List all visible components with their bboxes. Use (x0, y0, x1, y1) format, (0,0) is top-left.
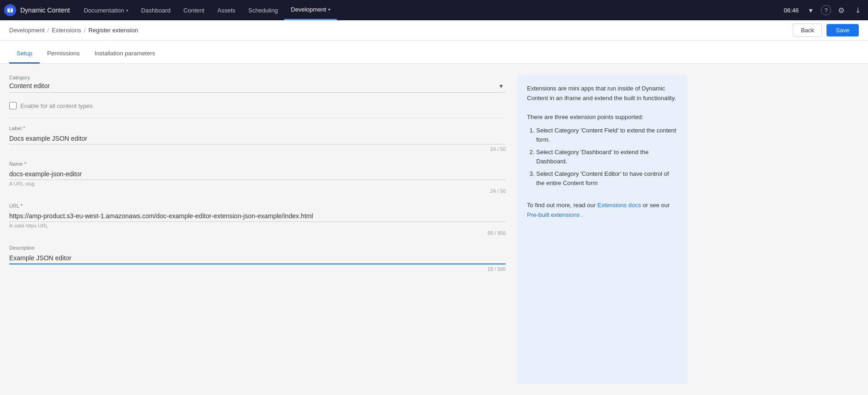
info-intro: Extensions are mini apps that run inside… (527, 84, 677, 103)
nav-item-content[interactable]: Content (177, 0, 211, 20)
app-name: Dynamic Content (20, 6, 70, 14)
expand-button[interactable]: ▾ (804, 4, 817, 17)
nav-item-dashboard[interactable]: Dashboard (135, 0, 177, 20)
breadcrumb-separator-1: / (48, 27, 49, 34)
chevron-down-icon: ▾ (126, 8, 128, 13)
breadcrumb: Development / Extensions / Register exte… (9, 27, 138, 34)
settings-button[interactable]: ⚙ (835, 4, 848, 17)
chevron-down-icon: ▾ (328, 7, 330, 12)
topnav-right: 06:46 ▾ ? ⚙ ⤓ (784, 4, 864, 17)
name-hint: A URL slug (9, 181, 506, 186)
enable-checkbox-row: Enable for all content types (9, 102, 506, 109)
nav-items: Documentation ▾ Dashboard Content Assets… (77, 0, 784, 20)
tabs-bar: Setup Permissions Installation parameter… (0, 41, 868, 64)
label-required-marker: * (23, 126, 25, 131)
nav-item-assets[interactable]: Assets (211, 0, 242, 20)
pre-built-extensions-link[interactable]: Pre-built extensions (527, 211, 580, 218)
breadcrumb-current: Register extension (88, 27, 138, 34)
info-sub-intro: There are three extension points support… (527, 113, 677, 122)
form-area: Category Content editor Content Field Da… (9, 75, 517, 384)
description-char-count: 19 / 500 (9, 266, 506, 272)
section-divider (9, 118, 506, 118)
category-select-wrapper: Content editor Content Field Dashboard ▼ (9, 82, 506, 93)
tab-setup[interactable]: Setup (9, 44, 40, 64)
url-input[interactable] (9, 210, 506, 222)
nav-item-development[interactable]: Development ▾ (284, 0, 337, 20)
description-input[interactable] (9, 252, 506, 264)
info-outro-suffix: . (581, 211, 583, 218)
save-button[interactable]: Save (826, 24, 859, 36)
nav-item-scheduling[interactable]: Scheduling (242, 0, 284, 20)
name-required-marker: * (24, 161, 26, 167)
url-required-marker: * (21, 203, 23, 209)
info-point-2: Select Category 'Dashboard' to extend th… (536, 148, 677, 166)
label-char-count: 24 / 50 (9, 146, 506, 152)
label-field-label: Label * (9, 126, 506, 131)
breadcrumb-bar: Development / Extensions / Register exte… (0, 20, 868, 41)
name-field-label: Name * (9, 161, 506, 167)
enable-all-checkbox[interactable] (9, 102, 17, 109)
category-label: Category (9, 75, 506, 80)
nav-item-documentation[interactable]: Documentation ▾ (77, 0, 134, 20)
breadcrumb-extensions[interactable]: Extensions (52, 27, 81, 34)
name-char-count: 24 / 50 (9, 188, 506, 194)
back-button[interactable]: Back (793, 24, 822, 37)
label-input[interactable] (9, 133, 506, 144)
info-panel: Extensions are mini apps that run inside… (517, 75, 688, 384)
enable-all-label[interactable]: Enable for all content types (20, 102, 93, 109)
info-outro: To find out more, read our Extensions do… (527, 201, 677, 220)
help-button[interactable]: ? (821, 5, 831, 15)
info-outro-mid: or see our (643, 202, 670, 209)
name-field-group: Name * A URL slug 24 / 50 (9, 161, 506, 194)
category-field-group: Category Content editor Content Field Da… (9, 75, 506, 93)
name-input[interactable] (9, 168, 506, 180)
url-field-label: URL * (9, 203, 506, 209)
tab-permissions[interactable]: Permissions (40, 44, 87, 64)
url-field-group: URL * A valid https URL 99 / 950 (9, 203, 506, 236)
info-point-3: Select Category 'Content Editor' to have… (536, 169, 677, 187)
breadcrumb-actions: Back Save (793, 24, 859, 37)
main-content: Category Content editor Content Field Da… (0, 64, 868, 395)
app-logo[interactable] (4, 4, 17, 17)
label-field-group: Label * 24 / 50 (9, 126, 506, 152)
category-select[interactable]: Content editor Content Field Dashboard (9, 82, 506, 90)
description-field-group: Description 19 / 500 (9, 245, 506, 272)
save-icon-button[interactable]: ⤓ (851, 4, 864, 17)
description-field-label: Description (9, 245, 506, 251)
tab-installation-parameters[interactable]: Installation parameters (87, 44, 163, 64)
breadcrumb-development[interactable]: Development (9, 27, 45, 34)
info-points-list: Select Category 'Content Field' to exten… (527, 126, 677, 187)
extensions-docs-link[interactable]: Extensions docs (597, 202, 641, 209)
clock-display: 06:46 (784, 7, 799, 14)
info-outro-prefix: To find out more, read our (527, 202, 597, 209)
url-hint: A valid https URL (9, 223, 506, 228)
url-char-count: 99 / 950 (9, 230, 506, 236)
top-navigation: Dynamic Content Documentation ▾ Dashboar… (0, 0, 868, 20)
info-point-1: Select Category 'Content Field' to exten… (536, 126, 677, 144)
breadcrumb-separator-2: / (84, 27, 86, 34)
